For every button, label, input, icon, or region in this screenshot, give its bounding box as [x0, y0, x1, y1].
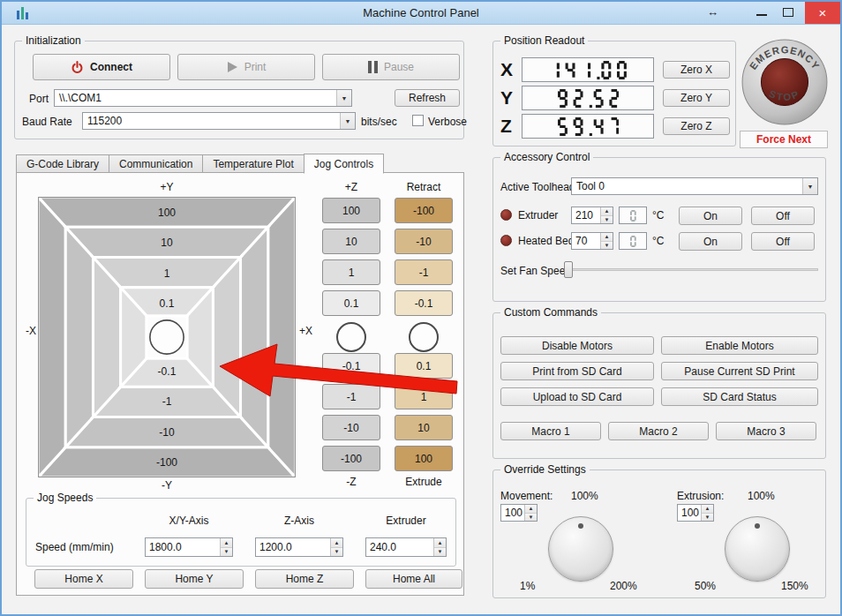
jog-xy-segment[interactable]: [241, 227, 268, 447]
jog-e-extrude-01-button[interactable]: 0.1: [395, 353, 453, 379]
force-next-button[interactable]: Force Next: [740, 131, 828, 148]
movement-override-dial[interactable]: [548, 516, 613, 582]
verbose-checkbox[interactable]: [412, 115, 424, 126]
jog-e-retract-1-button[interactable]: -1: [395, 259, 453, 285]
spin-down-icon[interactable]: ▼: [434, 548, 446, 557]
jog-e-extrude-10-button[interactable]: 10: [395, 415, 453, 440]
jog-z-plus-01-button[interactable]: 0.1: [322, 290, 380, 316]
zero-y-button[interactable]: Zero Y: [663, 89, 730, 107]
tab-gcode-library[interactable]: G-Code Library: [16, 154, 109, 173]
spin-down-icon[interactable]: ▼: [702, 514, 713, 522]
jog-e-retract-10-button[interactable]: -10: [395, 229, 453, 254]
extruder-temp-lcd: [619, 207, 647, 224]
extrusion-override-dial[interactable]: [725, 516, 790, 582]
home-z-button[interactable]: Home Z: [255, 569, 354, 589]
tab-jog-controls[interactable]: Jog Controls: [304, 154, 384, 174]
spinner-arrows[interactable]: ▲▼: [220, 538, 232, 556]
pause-sd-print-button[interactable]: Pause Current SD Print: [661, 362, 818, 380]
spin-down-icon[interactable]: ▼: [525, 514, 537, 522]
spin-down-icon[interactable]: ▼: [331, 548, 342, 557]
jog-e-center-button[interactable]: [409, 322, 439, 352]
macro-1-button[interactable]: Macro 1: [500, 422, 601, 440]
enable-motors-button[interactable]: Enable Motors: [661, 336, 818, 355]
spinner-arrows[interactable]: ▲▼: [524, 505, 537, 521]
jog-xy-segment[interactable]: [268, 197, 296, 477]
jog-xy-pad[interactable]: 100 10 1 0.1 -0.1 -1 -10 -100: [38, 197, 296, 477]
bed-temp-spinner[interactable]: 70 ▲▼: [571, 232, 613, 250]
jog-z-plus-1-button[interactable]: 1: [322, 259, 380, 285]
spinner-arrows[interactable]: ▲▼: [330, 538, 342, 556]
macro-2-button[interactable]: Macro 2: [608, 422, 709, 440]
jog-xy-segment[interactable]: [65, 227, 93, 447]
active-toolhead-combo[interactable]: Tool 0 ▼: [571, 177, 818, 195]
spinner-arrows[interactable]: ▲▼: [701, 505, 713, 521]
disable-motors-button[interactable]: Disable Motors: [500, 336, 654, 355]
jog-z-home-button[interactable]: [336, 322, 366, 352]
print-button[interactable]: Print: [177, 54, 315, 80]
jog-z-minus-10-button[interactable]: -10: [322, 415, 380, 440]
spin-up-icon[interactable]: ▲: [525, 505, 537, 514]
extruder-on-button[interactable]: On: [679, 207, 742, 225]
jog-z-minus-01-button[interactable]: -0.1: [322, 353, 380, 379]
xy-speed-value: 1800.0: [149, 538, 182, 556]
zero-y-label: Zero Y: [680, 92, 712, 104]
refresh-button[interactable]: Refresh: [395, 89, 460, 107]
connect-button[interactable]: Connect: [33, 54, 170, 80]
jog-z-minus-1-button[interactable]: -1: [322, 384, 380, 409]
jog-xy-segment[interactable]: [213, 257, 240, 417]
tab-communication[interactable]: Communication: [109, 154, 202, 173]
spin-down-icon[interactable]: ▼: [601, 216, 613, 224]
spin-down-icon[interactable]: ▼: [601, 242, 613, 250]
zero-x-button[interactable]: Zero X: [663, 61, 730, 79]
z-speed-spinner[interactable]: 1200.0 ▲▼: [255, 537, 343, 557]
spin-up-icon[interactable]: ▲: [601, 233, 613, 242]
titlebar[interactable]: Machine Control Panel ↔ ×: [2, 2, 840, 25]
spin-up-icon[interactable]: ▲: [434, 538, 446, 548]
jog-e-extrude-100-button[interactable]: 100: [395, 446, 453, 471]
extrusion-override-spinner[interactable]: 100 ▲▼: [677, 504, 714, 522]
jog-xy-segment[interactable]: [38, 197, 65, 477]
print-from-sd-button[interactable]: Print from SD Card: [500, 362, 654, 380]
jog-z-minus-100-button[interactable]: -100: [322, 446, 380, 471]
home-all-button[interactable]: Home All: [365, 569, 462, 589]
spin-up-icon[interactable]: ▲: [221, 538, 232, 548]
spin-up-icon[interactable]: ▲: [702, 505, 713, 514]
spin-down-icon[interactable]: ▼: [221, 548, 232, 557]
pause-button[interactable]: Pause: [322, 54, 460, 80]
jog-e-extrude-1-button[interactable]: 1: [395, 384, 453, 409]
slider-handle[interactable]: [564, 261, 573, 278]
spinner-arrows[interactable]: ▲▼: [600, 233, 613, 249]
fan-speed-slider[interactable]: [564, 261, 818, 279]
home-x-button[interactable]: Home X: [34, 569, 133, 589]
spinner-arrows[interactable]: ▲▼: [600, 207, 613, 223]
jog-xy-segment[interactable]: [93, 257, 120, 417]
jog-z-plus-10-button[interactable]: 10: [322, 229, 380, 254]
jog-z-plus-100-button[interactable]: 100: [322, 198, 380, 223]
extruder-off-button[interactable]: Off: [751, 207, 815, 225]
spin-up-icon[interactable]: ▲: [601, 207, 613, 216]
tab-temperature-plot[interactable]: Temperature Plot: [202, 154, 303, 173]
close-button[interactable]: ×: [805, 2, 840, 24]
upload-to-sd-button[interactable]: Upload to SD Card: [500, 387, 654, 406]
emergency-stop-button[interactable]: EMERGENCY STOP: [740, 37, 830, 127]
jog-e-retract-01-button[interactable]: -0.1: [395, 290, 453, 316]
jog-e-retract-100-button[interactable]: -100: [395, 198, 453, 223]
macro-3-button[interactable]: Macro 3: [716, 422, 816, 440]
spin-up-icon[interactable]: ▲: [331, 538, 342, 548]
movement-override-spinner[interactable]: 100 ▲▼: [500, 504, 538, 522]
extruder-temp-spinner[interactable]: 210 ▲▼: [571, 207, 613, 224]
minimize-button[interactable]: [748, 2, 775, 24]
zero-z-button[interactable]: Zero Z: [663, 117, 730, 135]
port-combo[interactable]: \\.\COM1 ▼: [54, 89, 352, 107]
print-from-sd-label: Print from SD Card: [532, 365, 621, 378]
bed-off-button[interactable]: Off: [751, 232, 815, 251]
xy-speed-spinner[interactable]: 1800.0 ▲▼: [145, 537, 233, 557]
spinner-arrows[interactable]: ▲▼: [433, 538, 446, 556]
maximize-button[interactable]: [775, 2, 801, 24]
extruder-speed-spinner[interactable]: 240.0 ▲▼: [365, 537, 447, 557]
sd-card-status-button[interactable]: SD Card Status: [661, 387, 818, 406]
baud-rate-combo[interactable]: 115200 ▼: [82, 112, 356, 130]
home-y-button[interactable]: Home Y: [145, 569, 244, 589]
bed-on-button[interactable]: On: [679, 232, 742, 251]
jog-xy-center-button[interactable]: [150, 320, 184, 354]
